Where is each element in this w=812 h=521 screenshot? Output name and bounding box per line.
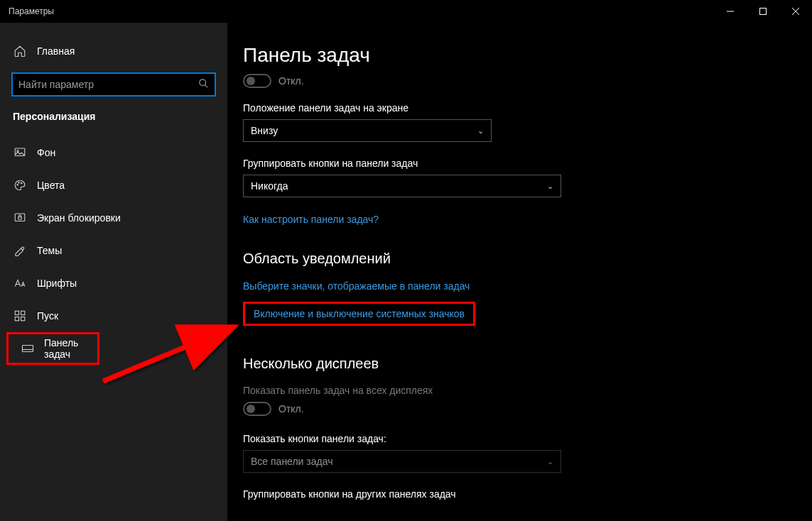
close-button[interactable] [779,0,812,23]
sidebar-item-label: Панель задач [44,337,97,360]
sidebar-item-label: Экран блокировки [37,212,121,224]
toggle-label: Откл. [278,403,304,415]
sidebar-item-label: Фон [37,147,55,158]
sidebar-item-themes[interactable]: Темы [0,234,227,267]
svg-rect-15 [15,317,18,321]
lockscreen-icon [13,211,27,225]
content-area: Панель задач Откл. Положение панели зада… [227,23,812,521]
toggle-row-multi[interactable]: Откл. [243,402,811,416]
svg-line-5 [205,84,207,87]
group-other-label: Группировать кнопки на других панелях за… [243,488,811,500]
system-icons-link[interactable]: Включение и выключение системных значков [243,302,475,326]
group-select[interactable]: Никогда ⌄ [243,175,561,197]
search-input[interactable] [11,72,216,97]
toggle-label: Откл. [278,75,304,87]
svg-rect-16 [21,317,25,321]
search-icon [198,78,209,91]
chevron-down-icon: ⌄ [547,182,553,191]
svg-rect-14 [21,311,25,314]
svg-rect-13 [15,311,18,314]
sidebar-item-label: Темы [37,245,62,256]
toggle-switch[interactable] [243,74,271,88]
picture-icon [13,146,27,160]
window-title: Параметры [9,6,54,16]
svg-rect-12 [18,217,22,220]
toggle-row-1[interactable]: Откл. [243,74,811,88]
start-icon [13,309,27,323]
section-label: Персонализация [0,111,227,122]
sidebar-item-start[interactable]: Пуск [0,300,227,332]
palette-icon [13,178,27,192]
help-link[interactable]: Как настроить панели задач? [243,214,379,225]
group-label: Группировать кнопки на панели задач [243,158,811,169]
position-select[interactable]: Внизу ⌄ [243,119,492,142]
sidebar-item-taskbar[interactable]: Панель задач [6,332,99,365]
sidebar-item-lockscreen[interactable]: Экран блокировки [0,202,227,234]
select-value: Все панели задач [251,456,332,467]
btns-label: Показать кнопки панели задач: [243,433,811,444]
home-nav[interactable]: Главная [0,37,227,65]
font-icon [13,276,27,290]
select-icons-link[interactable]: Выберите значки, отображаемые в панели з… [243,280,470,292]
maximize-button[interactable] [747,0,779,23]
titlebar: Параметры [0,0,812,23]
svg-point-10 [21,182,23,184]
sidebar: Главная Персонализация Фон Цвета Экран б… [0,23,227,521]
sidebar-item-label: Шрифты [37,278,77,289]
sidebar-item-label: Пуск [37,310,58,322]
home-icon [13,44,27,58]
svg-rect-17 [23,346,33,352]
home-label: Главная [37,45,75,57]
select-value: Внизу [251,125,278,136]
search-field[interactable] [18,79,198,90]
select-value: Никогда [251,180,288,192]
multi-label: Показать панель задач на всех дисплеях [243,385,811,396]
svg-point-8 [17,185,18,186]
sidebar-item-fonts[interactable]: Шрифты [0,267,227,300]
svg-point-4 [200,79,206,86]
svg-rect-1 [760,9,767,15]
page-title: Панель задач [243,44,811,67]
sidebar-item-colors[interactable]: Цвета [0,169,227,202]
chevron-down-icon: ⌄ [477,126,484,136]
sidebar-item-label: Цвета [37,180,65,191]
section-notifications: Область уведомлений [243,251,811,267]
position-label: Положение панели задач на экране [243,102,811,114]
toggle-switch[interactable] [243,402,271,416]
taskbar-icon [21,341,34,356]
chevron-down-icon: ⌄ [547,457,553,466]
minimize-button[interactable] [714,0,747,23]
window-controls [714,0,812,23]
svg-point-9 [18,182,20,184]
btns-select[interactable]: Все панели задач ⌄ [243,450,561,473]
sidebar-item-background[interactable]: Фон [0,136,227,169]
themes-icon [13,243,27,258]
section-multidisplay: Несколько дисплеев [243,356,811,372]
